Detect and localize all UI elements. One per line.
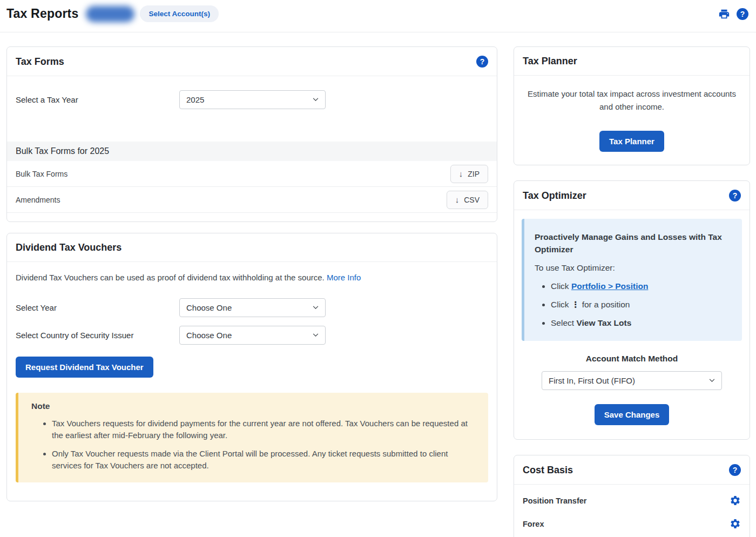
cost-basis-card: Cost Basis ? Position Transfer — [514, 455, 750, 537]
page-header: Tax Reports Select Account(s) ? — [0, 0, 756, 32]
step-text: Click — [551, 281, 571, 291]
info-box-intro: To use Tax Optimizer: — [535, 263, 731, 273]
chevron-down-icon — [313, 333, 319, 337]
tax-planner-title: Tax Planner — [523, 56, 577, 67]
chevron-down-icon — [709, 379, 715, 382]
account-selector: Select Account(s) — [86, 5, 219, 22]
help-icon[interactable]: ? — [737, 8, 748, 20]
question-glyph: ? — [733, 191, 738, 200]
bulk-tax-forms-row-label: Bulk Tax Forms — [16, 170, 68, 178]
download-icon: ↓ — [455, 196, 460, 204]
tax-year-select-value: 2025 — [186, 95, 204, 104]
more-info-link[interactable]: More Info — [327, 273, 361, 282]
optimizer-step-2: Click ⋮ for a position — [551, 300, 731, 310]
account-match-method-label: Account Match Method — [522, 354, 742, 364]
tax-forms-card: Tax Forms ? Select a Tax Year 2025 — [6, 46, 497, 222]
position-transfer-label: Position Transfer — [523, 496, 586, 505]
account-match-method-select[interactable]: First In, First Out (FIFO) — [542, 371, 722, 390]
request-dividend-tax-voucher-button[interactable]: Request Dividend Tax Voucher — [16, 357, 153, 378]
chevron-down-icon — [313, 98, 319, 102]
amendments-row: Amendments ↓ CSV — [7, 187, 497, 213]
cost-basis-help-icon[interactable]: ? — [729, 464, 741, 476]
question-glyph: ? — [740, 10, 745, 18]
forex-row: Forex — [514, 512, 750, 535]
view-tax-lots-label: View Tax Lots — [576, 318, 631, 327]
info-box-heading: Proactively Manage Gains and Losses with… — [535, 231, 731, 256]
voucher-country-select-value: Choose One — [186, 331, 232, 340]
select-accounts-button[interactable]: Select Account(s) — [140, 5, 219, 22]
download-icon: ↓ — [459, 170, 463, 178]
question-glyph: ? — [733, 466, 738, 474]
note-bullet: Tax Vouchers requests for dividend payme… — [52, 418, 473, 441]
tax-planner-button[interactable]: Tax Planner — [599, 131, 664, 152]
select-tax-year-label: Select a Tax Year — [16, 95, 179, 104]
tax-forms-help-icon[interactable]: ? — [476, 56, 488, 68]
tax-planner-description: Estimate your total tax impact across in… — [523, 88, 741, 113]
account-match-method-value: First In, First Out (FIFO) — [549, 376, 635, 385]
cost-basis-title: Cost Basis — [523, 465, 573, 476]
note-box: Note Tax Vouchers requests for dividend … — [16, 393, 488, 482]
tax-forms-title: Tax Forms — [16, 56, 64, 68]
chevron-down-icon — [313, 306, 319, 310]
note-title: Note — [31, 401, 473, 411]
vertical-ellipsis-icon: ⋮ — [571, 300, 580, 309]
optimizer-step-3: Select View Tax Lots — [551, 318, 731, 328]
step-text: Select — [551, 318, 576, 327]
step-text: Click — [551, 300, 571, 309]
tax-optimizer-title: Tax Optimizer — [523, 190, 586, 202]
voucher-year-select[interactable]: Choose One — [179, 298, 326, 317]
optimizer-step-1: Click Portfolio > Position — [551, 281, 731, 291]
bulk-tax-forms-row: Bulk Tax Forms ↓ ZIP — [7, 161, 497, 187]
dividend-tax-vouchers-card: Dividend Tax Vouchers Dividend Tax Vouch… — [6, 233, 497, 501]
download-zip-button[interactable]: ↓ ZIP — [450, 165, 488, 183]
forex-label: Forex — [523, 520, 544, 528]
position-transfer-row: Position Transfer — [514, 489, 750, 512]
page-title: Tax Reports — [6, 6, 78, 21]
forex-settings-gear-icon[interactable] — [730, 518, 741, 529]
voucher-country-select[interactable]: Choose One — [179, 326, 326, 345]
save-changes-button[interactable]: Save Changes — [595, 404, 670, 425]
question-glyph: ? — [480, 57, 485, 66]
portfolio-position-link[interactable]: Portfolio > Position — [571, 281, 649, 291]
tax-planner-card: Tax Planner Estimate your total tax impa… — [514, 46, 750, 165]
download-csv-label: CSV — [464, 196, 480, 204]
tax-optimizer-card: Tax Optimizer ? Proactively Manage Gains… — [514, 180, 750, 440]
amendments-row-label: Amendments — [16, 196, 60, 204]
download-zip-label: ZIP — [468, 170, 480, 178]
voucher-year-select-value: Choose One — [186, 303, 232, 312]
dividend-vouchers-description: Dividend Tax Vouchers can be used as pro… — [16, 273, 325, 282]
print-icon[interactable] — [718, 8, 730, 20]
tax-optimizer-help-icon[interactable]: ? — [729, 190, 741, 202]
account-id-badge[interactable] — [86, 6, 134, 22]
tax-year-select[interactable]: 2025 — [179, 90, 326, 109]
select-year-label: Select Year — [16, 303, 179, 312]
note-bullet: Only Tax Voucher requests made via the C… — [52, 448, 473, 472]
position-transfer-settings-gear-icon[interactable] — [730, 495, 741, 506]
step-text: for a position — [579, 300, 630, 309]
tax-reports-page: Tax Reports Select Account(s) ? Tax Fo — [0, 0, 756, 537]
download-csv-button[interactable]: ↓ CSV — [447, 191, 488, 209]
dividend-tax-vouchers-title: Dividend Tax Vouchers — [16, 242, 122, 253]
select-country-label: Select Country of Security Issuer — [16, 331, 179, 340]
bulk-tax-forms-section-title: Bulk Tax Forms for 2025 — [7, 142, 497, 161]
tax-optimizer-info-box: Proactively Manage Gains and Losses with… — [522, 219, 742, 341]
